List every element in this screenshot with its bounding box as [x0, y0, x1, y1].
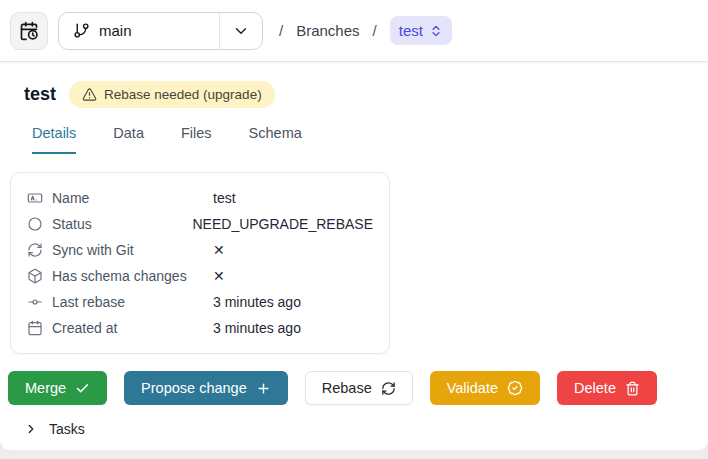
detail-label: Name: [52, 190, 89, 206]
chevron-down-icon: [232, 22, 250, 40]
breadcrumb-branch-name: test: [399, 22, 423, 39]
plus-icon: [256, 381, 271, 396]
status-badge-label: Rebase needed (upgrade): [104, 87, 262, 102]
tasks-label: Tasks: [49, 421, 85, 437]
circle-icon: [27, 216, 43, 232]
merge-button-label: Merge: [25, 380, 66, 396]
calendar-icon: [27, 320, 43, 336]
cube-icon: [27, 268, 43, 284]
calendar-clock-icon: [19, 21, 39, 41]
page-title: test: [24, 84, 56, 105]
git-branch-icon: [73, 22, 90, 39]
propose-change-button[interactable]: Propose change: [124, 371, 288, 405]
breadcrumb-branch-pill[interactable]: test: [390, 16, 452, 45]
validate-button[interactable]: Validate: [430, 371, 540, 405]
sync-icon: [27, 242, 43, 258]
tab-bar: Details Data Files Schema: [32, 125, 708, 154]
detail-row-has-schema-changes: Has schema changes ✕: [27, 263, 373, 289]
tab-details[interactable]: Details: [32, 125, 76, 154]
breadcrumb-branches-link[interactable]: Branches: [296, 22, 359, 39]
page-header: test Rebase needed (upgrade): [24, 81, 708, 108]
top-bar: main / Branches / test: [0, 0, 708, 62]
detail-label: Last rebase: [52, 294, 125, 310]
breadcrumb-separator: /: [373, 22, 377, 39]
commit-icon: [27, 294, 43, 310]
detail-label: Created at: [52, 320, 117, 336]
rebase-button-label: Rebase: [322, 380, 372, 396]
badge-check-icon: [507, 380, 523, 396]
detail-label: Status: [52, 216, 92, 232]
tab-data[interactable]: Data: [113, 125, 144, 154]
tab-files[interactable]: Files: [181, 125, 212, 154]
tab-schema[interactable]: Schema: [249, 125, 302, 154]
branch-details-card: Name test Status NEED_UPGRADE_REBASE: [10, 172, 390, 354]
detail-value: NEED_UPGRADE_REBASE: [192, 216, 373, 232]
chevrons-up-down-icon: [429, 24, 443, 38]
detail-label: Has schema changes: [52, 268, 187, 284]
branch-selector[interactable]: main: [58, 12, 263, 50]
main-panel: main / Branches / test test: [0, 0, 708, 450]
rebase-button[interactable]: Rebase: [305, 371, 413, 405]
detail-row-created-at: Created at 3 minutes ago: [27, 315, 373, 341]
detail-value: 3 minutes ago: [213, 294, 301, 310]
status-badge: Rebase needed (upgrade): [69, 81, 275, 108]
detail-row-status: Status NEED_UPGRADE_REBASE: [27, 211, 373, 237]
check-icon: [75, 381, 90, 396]
breadcrumb-separator: /: [279, 22, 283, 39]
detail-value: test: [213, 190, 236, 206]
detail-value-cross: ✕: [213, 268, 225, 284]
delete-button-label: Delete: [574, 380, 616, 396]
refresh-icon: [381, 381, 396, 396]
trash-icon: [625, 381, 640, 396]
input-field-icon: [27, 190, 43, 206]
detail-label: Sync with Git: [52, 242, 134, 258]
detail-row-sync-with-git: Sync with Git ✕: [27, 237, 373, 263]
detail-value-cross: ✕: [213, 242, 225, 258]
tasks-accordion-toggle[interactable]: Tasks: [24, 421, 708, 437]
delete-button[interactable]: Delete: [557, 371, 657, 405]
detail-value: 3 minutes ago: [213, 320, 301, 336]
detail-row-name: Name test: [27, 185, 373, 211]
branch-selector-value[interactable]: main: [59, 13, 219, 49]
history-button[interactable]: [10, 12, 48, 50]
breadcrumb: / Branches / test: [279, 16, 452, 45]
detail-row-last-rebase: Last rebase 3 minutes ago: [27, 289, 373, 315]
branch-selector-chevron[interactable]: [219, 13, 262, 49]
validate-button-label: Validate: [447, 380, 498, 396]
merge-button[interactable]: Merge: [8, 371, 107, 405]
action-buttons: Merge Propose change Rebase Validate: [8, 371, 708, 405]
propose-change-button-label: Propose change: [141, 380, 247, 396]
chevron-right-icon: [24, 422, 38, 436]
warning-triangle-icon: [82, 87, 97, 102]
branch-selector-label: main: [99, 22, 132, 39]
